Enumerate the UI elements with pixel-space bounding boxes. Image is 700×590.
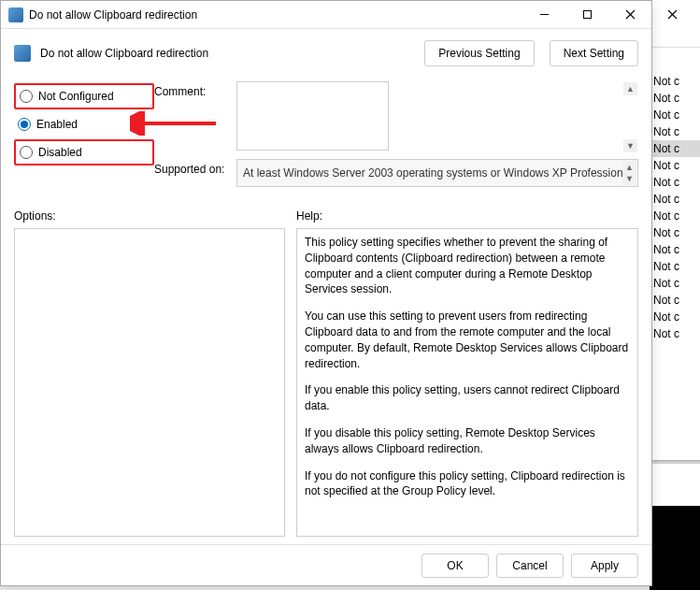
list-item[interactable]: Not c [650, 73, 700, 90]
help-paragraph: If you enable this policy setting, users… [305, 382, 630, 414]
comment-input[interactable] [236, 81, 389, 151]
radio-not-configured[interactable]: Not Configured [14, 83, 154, 109]
config-row: Not Configured Enabled Disabled Comment: [14, 81, 638, 193]
minimize-button[interactable] [522, 1, 565, 28]
close-button[interactable] [608, 1, 651, 28]
ok-button[interactable]: OK [421, 554, 489, 578]
background-close-button[interactable] [653, 2, 691, 26]
radio-disabled[interactable]: Disabled [14, 139, 154, 165]
header: Do not allow Clipboard redirection Previ… [1, 29, 651, 74]
list-item[interactable]: Not c [650, 224, 700, 241]
state-radio-group: Not Configured Enabled Disabled [14, 81, 154, 193]
radio-icon [20, 90, 33, 103]
list-item[interactable]: Not c [650, 241, 700, 258]
list-item[interactable]: Not c [650, 292, 700, 309]
scroll-down-icon[interactable]: ▼ [622, 172, 636, 185]
background-window: Not c Not c Not c Not c Not c Not c Not … [649, 0, 700, 590]
help-paragraph: If you disable this policy setting, Remo… [305, 425, 630, 457]
list-item[interactable]: Not c [650, 157, 700, 174]
bottom-bar: OK Cancel Apply [1, 544, 651, 585]
list-item[interactable]: Not c [650, 90, 700, 107]
setting-name: Do not allow Clipboard redirection [40, 47, 409, 60]
cancel-button[interactable]: Cancel [496, 554, 564, 578]
help-panel: Help: This policy setting specifies whet… [296, 209, 638, 537]
bg-dark-panel [650, 506, 700, 590]
help-paragraph: You can use this setting to prevent user… [305, 309, 630, 371]
comment-row: Comment: ▲ ▼ [154, 81, 638, 153]
options-box [14, 228, 285, 537]
supported-on-value: At least Windows Server 2003 operating s… [243, 166, 632, 180]
list-item[interactable]: Not c [650, 174, 700, 191]
bg-divider [650, 47, 700, 48]
options-label: Options: [14, 209, 285, 223]
svg-rect-0 [583, 11, 591, 19]
list-item[interactable]: Not c [650, 258, 700, 275]
list-item[interactable]: Not c [650, 107, 700, 123]
background-list: Not c Not c Not c Not c Not c Not c Not … [650, 73, 700, 342]
radio-icon [18, 118, 31, 131]
list-item[interactable]: Not c [650, 325, 700, 342]
radio-icon [20, 146, 33, 159]
radio-enabled[interactable]: Enabled [14, 113, 154, 136]
options-panel: Options: [14, 209, 285, 537]
help-box: This policy setting specifies whether to… [296, 228, 638, 537]
radio-label: Enabled [36, 118, 78, 131]
help-label: Help: [296, 209, 638, 223]
policy-icon [8, 7, 23, 22]
list-item[interactable]: Not c [650, 275, 700, 292]
bg-splitter[interactable] [650, 460, 700, 464]
window-title: Do not allow Clipboard redirection [29, 8, 522, 22]
list-item[interactable]: Not c [650, 191, 700, 208]
setting-icon [14, 45, 31, 62]
comment-area: Comment: ▲ ▼ Supported on: At least Wind… [154, 81, 638, 193]
supported-on-text: At least Windows Server 2003 operating s… [236, 159, 638, 187]
supported-label: Supported on: [154, 159, 229, 176]
comment-label: Comment: [154, 81, 229, 98]
supported-row: Supported on: At least Windows Server 20… [154, 159, 638, 187]
panels: Options: Help: This policy setting speci… [14, 209, 638, 537]
list-item[interactable]: Not c [650, 123, 700, 140]
maximize-button[interactable] [565, 1, 608, 28]
radio-label: Disabled [38, 146, 82, 159]
scroll-down-icon[interactable]: ▼ [623, 139, 637, 152]
next-setting-button[interactable]: Next Setting [550, 40, 638, 66]
titlebar: Do not allow Clipboard redirection [1, 1, 651, 29]
list-item[interactable]: Not c [650, 309, 700, 325]
scroll-up-icon[interactable]: ▲ [623, 82, 637, 95]
content-area: Not Configured Enabled Disabled Comment: [1, 74, 651, 544]
list-item[interactable]: Not c [650, 208, 700, 224]
policy-dialog: Do not allow Clipboard redirection Do no… [0, 0, 652, 586]
list-item-selected[interactable]: Not c [650, 140, 700, 157]
apply-button[interactable]: Apply [571, 554, 638, 578]
radio-label: Not Configured [38, 90, 114, 103]
help-paragraph: If you do not configure this policy sett… [305, 468, 630, 500]
previous-setting-button[interactable]: Previous Setting [424, 40, 534, 66]
help-paragraph: This policy setting specifies whether to… [305, 235, 630, 297]
